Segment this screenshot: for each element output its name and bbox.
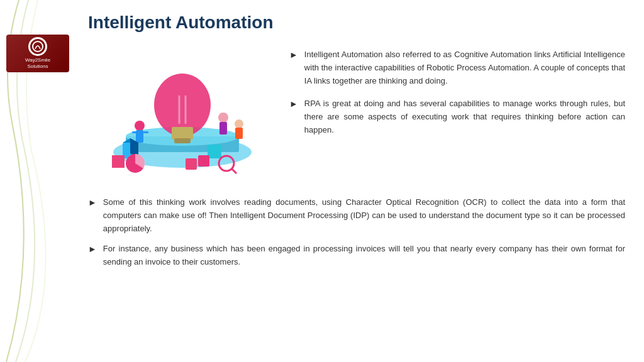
svg-point-9 <box>135 121 145 131</box>
svg-rect-14 <box>219 122 227 134</box>
svg-rect-30 <box>186 158 197 170</box>
svg-line-23 <box>231 168 236 173</box>
bullet-text-4: For instance, any business which has bee… <box>103 243 625 269</box>
logo-icon <box>28 37 47 56</box>
top-section: ► Intelligent Automation also referred t… <box>88 45 625 184</box>
page-title: Intelligent Automation <box>88 13 625 33</box>
bullet-text-1: Intelligent Automation also referred to … <box>304 48 625 87</box>
bullet-right-2: ► RPA is great at doing and has several … <box>289 97 625 136</box>
svg-point-13 <box>218 112 228 123</box>
svg-rect-21 <box>208 145 221 158</box>
bullet-bottom-1: ► Some of this thinking work involves re… <box>88 196 625 235</box>
logo-badge: Way2Smile Solutions <box>6 35 69 72</box>
svg-point-0 <box>33 41 43 52</box>
bullet-right-1: ► Intelligent Automation also referred t… <box>289 48 625 87</box>
bullet-text-2: RPA is great at doing and has several ca… <box>304 97 625 136</box>
svg-rect-11 <box>132 131 137 133</box>
bullet-bottom-2: ► For instance, any business which has b… <box>88 243 625 269</box>
svg-rect-6 <box>174 138 191 143</box>
main-content: Intelligent Automation <box>75 0 644 362</box>
illustration-svg <box>88 45 277 184</box>
bullet-arrow-3: ► <box>88 197 97 207</box>
svg-rect-29 <box>198 155 209 167</box>
bullet-arrow-1: ► <box>289 50 298 60</box>
logo-text: Way2Smile Solutions <box>25 57 50 69</box>
bullet-arrow-4: ► <box>88 244 97 254</box>
illustration <box>88 45 277 184</box>
svg-rect-12 <box>143 131 148 133</box>
bullet-arrow-2: ► <box>289 99 298 109</box>
bottom-bullets: ► Some of this thinking work involves re… <box>88 196 625 269</box>
svg-rect-5 <box>172 127 193 140</box>
svg-point-15 <box>235 119 243 128</box>
right-bullets: ► Intelligent Automation also referred t… <box>277 45 625 147</box>
svg-rect-20 <box>112 155 125 168</box>
bullet-text-3: Some of this thinking work involves read… <box>103 196 625 235</box>
svg-rect-16 <box>235 128 243 139</box>
